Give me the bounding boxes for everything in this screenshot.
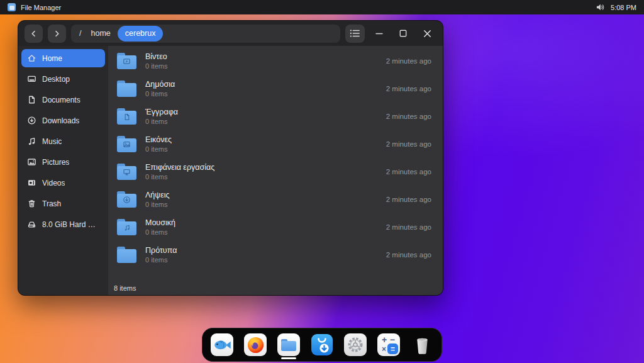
sidebar-item-label: Downloads — [42, 116, 79, 125]
breadcrumb[interactable]: / homecerebrux — [71, 25, 340, 43]
home-icon — [26, 53, 36, 64]
desktop-emblem-icon — [123, 167, 131, 179]
volume-icon[interactable] — [596, 3, 605, 11]
folder-icon — [117, 53, 136, 69]
file-item-count: 0 items — [145, 62, 167, 70]
folder-icon — [117, 81, 136, 97]
file-row[interactable]: Βίντεο 0 items 2 minutes ago — [108, 47, 443, 75]
sidebar-item-label: Music — [42, 137, 62, 146]
settings-gear-icon — [345, 335, 365, 355]
sidebar-item-label: Desktop — [42, 75, 70, 84]
music-icon — [26, 137, 36, 147]
file-modified-time: 2 minutes ago — [386, 251, 431, 259]
file-row[interactable]: Πρότυπα 0 items 2 minutes ago — [108, 241, 443, 269]
sidebar-item-label: 8.0 GiB Hard Drive — [42, 220, 100, 229]
sidebar-item-music[interactable]: Music — [21, 132, 105, 150]
file-row[interactable]: Έγγραφα 0 items 2 minutes ago — [108, 103, 443, 130]
active-app-icon — [8, 3, 16, 11]
folder-icon — [117, 219, 136, 235]
forward-button[interactable] — [48, 25, 66, 43]
close-button[interactable] — [418, 25, 436, 43]
breadcrumb-root: / — [79, 29, 81, 38]
download-emblem-icon — [123, 195, 131, 206]
drive-icon — [26, 220, 36, 230]
file-item-count: 0 items — [145, 200, 170, 209]
folder-icon — [117, 136, 136, 152]
dock-item-files[interactable] — [276, 328, 301, 361]
back-button[interactable] — [25, 25, 43, 43]
file-manager-window: / homecerebrux Home Desktop Documents Do… — [18, 20, 443, 296]
sidebar-item-drive[interactable]: 8.0 GiB Hard Drive — [21, 215, 105, 233]
sidebar-item-desktop[interactable]: Desktop — [21, 70, 105, 88]
file-modified-time: 2 minutes ago — [386, 113, 431, 120]
file-name: Εικόνες — [145, 135, 172, 145]
file-name: Λήψεις — [145, 191, 170, 200]
file-row[interactable]: Λήψεις 0 items 2 minutes ago — [108, 186, 443, 213]
list-view-button[interactable] — [345, 25, 365, 43]
file-row[interactable]: Μουσική 0 items 2 minutes ago — [108, 213, 443, 241]
sidebar-item-videos[interactable]: Videos — [21, 174, 105, 192]
calculator-icon: +−×= — [377, 333, 400, 356]
dock: +−×= — [202, 328, 442, 362]
file-modified-time: 2 minutes ago — [386, 140, 431, 148]
folder-icon — [117, 108, 136, 125]
file-name: Μουσική — [145, 218, 175, 228]
minimize-button[interactable] — [370, 25, 389, 43]
dock-item-calculator[interactable]: +−×= — [376, 328, 401, 361]
file-item-count: 0 items — [145, 172, 214, 181]
file-row[interactable]: Εικόνες 0 items 2 minutes ago — [108, 130, 443, 158]
sidebar: Home Desktop Documents Downloads Music P… — [18, 46, 108, 295]
file-name: Βίντεο — [145, 52, 167, 62]
pictures-icon — [26, 157, 36, 167]
file-list: Βίντεο 0 items 2 minutes ago Δημόσια 0 i… — [108, 46, 443, 281]
trash-icon — [26, 199, 36, 209]
file-item-count: 0 items — [145, 255, 177, 264]
sidebar-item-label: Pictures — [42, 158, 69, 167]
file-name: Δημόσια — [145, 80, 175, 89]
sidebar-item-pictures[interactable]: Pictures — [21, 153, 105, 171]
video-emblem-icon — [123, 57, 131, 68]
dock-item-trash[interactable] — [409, 328, 435, 361]
downloads-icon — [26, 116, 36, 126]
sidebar-item-trash[interactable]: Trash — [21, 194, 105, 213]
sidebar-item-documents[interactable]: Documents — [21, 91, 105, 109]
window-toolbar: / homecerebrux — [18, 21, 443, 46]
file-row[interactable]: Επιφάνεια εργασίας 0 items 2 minutes ago — [108, 158, 443, 186]
videos-icon — [26, 178, 36, 188]
file-name: Επιφάνεια εργασίας — [145, 163, 214, 172]
file-item-count: 0 items — [145, 145, 172, 154]
file-manager-icon — [281, 339, 296, 351]
folder-icon — [117, 164, 136, 180]
items-count: 8 items — [114, 284, 136, 292]
sidebar-item-home[interactable]: Home — [21, 49, 105, 67]
status-bar: 8 items — [108, 281, 443, 295]
file-name: Πρότυπα — [145, 246, 177, 255]
top-panel: File Manager 5:08 PM — [0, 0, 644, 14]
dock-item-firefox[interactable] — [243, 328, 268, 361]
file-name: Έγγραφα — [145, 108, 178, 117]
file-modified-time: 2 minutes ago — [386, 168, 431, 176]
file-row[interactable]: Δημόσια 0 items 2 minutes ago — [108, 75, 443, 103]
file-modified-time: 2 minutes ago — [386, 85, 431, 92]
sidebar-item-downloads[interactable]: Downloads — [21, 111, 105, 130]
music-emblem-icon — [123, 223, 131, 234]
file-modified-time: 2 minutes ago — [386, 57, 431, 65]
running-indicator — [281, 357, 296, 360]
breadcrumb-segment-cerebrux[interactable]: cerebrux — [118, 26, 164, 42]
dock-item-settings[interactable] — [343, 328, 368, 361]
sidebar-item-label: Trash — [42, 199, 61, 208]
dock-item-appstore[interactable] — [309, 328, 335, 361]
active-app-title: File Manager — [21, 4, 61, 11]
clock[interactable]: 5:08 PM — [611, 4, 636, 11]
app-store-icon — [311, 333, 333, 356]
sidebar-item-label: Documents — [42, 96, 80, 104]
file-item-count: 0 items — [145, 89, 175, 98]
maximize-button[interactable] — [394, 25, 413, 43]
sidebar-item-label: Videos — [42, 179, 65, 187]
dock-item-launcher[interactable] — [209, 328, 235, 361]
folder-icon — [117, 247, 136, 263]
file-modified-time: 2 minutes ago — [386, 196, 431, 203]
breadcrumb-segment-home[interactable]: home — [91, 29, 110, 38]
file-item-count: 0 items — [145, 117, 178, 126]
desktop-icon — [26, 74, 36, 84]
